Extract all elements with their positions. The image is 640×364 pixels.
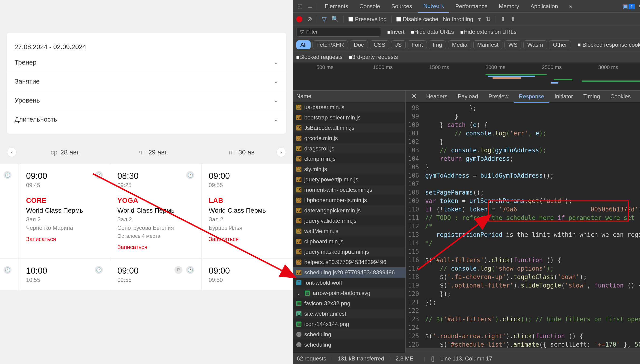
- blocked-cookies-checkbox[interactable]: Blocked response cookies: [577, 42, 640, 48]
- tab-network[interactable]: Network: [418, 0, 449, 13]
- tab-application[interactable]: Application: [525, 0, 563, 12]
- hide-data-checkbox[interactable]: Hide data URLs: [411, 29, 454, 35]
- tabs-more[interactable]: »: [564, 0, 577, 12]
- detail-tab-timing[interactable]: Timing: [578, 91, 605, 102]
- request-item[interactable]: JSjquery.powertip.min.js: [293, 174, 405, 185]
- third-party-checkbox[interactable]: 3rd-party requests: [349, 54, 398, 60]
- chip-img[interactable]: Img: [429, 40, 446, 49]
- trainer-filter[interactable]: Тренер ⌄: [7, 53, 286, 72]
- class-filter[interactable]: Занятие ⌄: [7, 72, 286, 91]
- upload-icon[interactable]: ⬆: [500, 16, 506, 23]
- schedule-card[interactable]: 09:00 09:55 LAB World Class Пермь Зал 2 …: [202, 164, 293, 258]
- network-body: Name JSua-parser.min.jsJSbootstrap-selec…: [293, 90, 640, 353]
- tab-elements[interactable]: Elements: [320, 0, 353, 12]
- request-item[interactable]: JSscheduling.js?0.9770945348399496: [293, 267, 405, 278]
- request-item[interactable]: JSbootstrap-select.min.js: [293, 112, 405, 123]
- request-item[interactable]: JSjquery.validate.min.js: [293, 216, 405, 226]
- network-timeline[interactable]: 500 ms1000 ms1500 ms2000 ms2500 ms3000 m…: [293, 62, 640, 90]
- schedule-card[interactable]: 🕐 09:00 09:45 CORE World Class Пермь Зал…: [19, 164, 110, 258]
- level-filter[interactable]: Уровень ⌄: [7, 91, 286, 110]
- download-icon[interactable]: ⬇: [510, 16, 515, 23]
- chip-doc[interactable]: Doc: [350, 40, 368, 49]
- duration-filter[interactable]: Длительность ⌄: [7, 110, 286, 129]
- record-button[interactable]: [296, 16, 302, 22]
- request-item[interactable]: JSsly.min.js: [293, 164, 405, 174]
- signup-link[interactable]: Записаться: [209, 236, 286, 242]
- request-item[interactable]: JSqrcode.min.js: [293, 133, 405, 144]
- detail-tab-response[interactable]: Response: [514, 91, 549, 102]
- settings-icon[interactable]: ⚙: [638, 3, 640, 10]
- chip-media[interactable]: Media: [448, 40, 471, 49]
- schedule-card[interactable]: 🕐 10:00 10:55: [19, 259, 110, 290]
- request-item[interactable]: JSmoment-with-locales.min.js: [293, 185, 405, 195]
- schedule-row-2: 🕐 🕐 10:00 10:55 🕐 P 09:00 09:55 09:00 09…: [0, 259, 293, 290]
- date-range-filter[interactable]: 27.08.2024 - 02.09.2024: [7, 38, 286, 53]
- filter-input[interactable]: ▽ Filter: [296, 27, 381, 36]
- tab-performance[interactable]: Performance: [450, 0, 492, 12]
- chip-js[interactable]: JS: [391, 40, 406, 49]
- request-item[interactable]: ◌scheduling: [293, 340, 405, 350]
- detail-tab-cookies[interactable]: Cookies: [605, 91, 636, 102]
- tab-console[interactable]: Console: [354, 0, 385, 12]
- detail-tab-payload[interactable]: Payload: [453, 91, 483, 102]
- horizontal-scrollbar[interactable]: [406, 348, 640, 353]
- request-item[interactable]: ◫site.webmanifest: [293, 308, 405, 319]
- request-item[interactable]: JSJsBarcode.all.min.js: [293, 123, 405, 133]
- tab-memory[interactable]: Memory: [494, 0, 524, 12]
- chip-manifest[interactable]: Manifest: [473, 40, 503, 49]
- response-code[interactable]: 9899100101102103104105106107108109110111…: [406, 102, 640, 348]
- chip-wasm[interactable]: Wasm: [523, 40, 547, 49]
- throttling-select[interactable]: No throttling: [443, 16, 473, 22]
- next-day-button[interactable]: ›: [277, 148, 286, 157]
- preserve-log-checkbox[interactable]: Preserve log: [348, 16, 387, 22]
- chip-other[interactable]: Other: [549, 40, 571, 49]
- chip-all[interactable]: All: [296, 40, 311, 49]
- signup-link[interactable]: Записаться: [117, 244, 194, 250]
- request-item[interactable]: JSclamp.min.js: [293, 154, 405, 164]
- schedule-card[interactable]: 09:00 09:50: [202, 259, 293, 290]
- request-item[interactable]: ▦icon-144x144.png: [293, 319, 405, 329]
- request-item[interactable]: JSdragscroll.js: [293, 144, 405, 154]
- invert-checkbox[interactable]: Invert: [387, 29, 404, 35]
- request-item[interactable]: JSjquery.maskedinput.min.js: [293, 247, 405, 257]
- request-item[interactable]: JSclipboard.min.js: [293, 236, 405, 247]
- prev-day-button[interactable]: ‹: [7, 148, 17, 157]
- signup-link[interactable]: Записаться: [26, 236, 103, 242]
- issues-icon[interactable]: ▣1: [623, 3, 635, 10]
- close-detail-icon[interactable]: ✕: [408, 92, 420, 100]
- chip-fetchxhr[interactable]: Fetch/XHR: [312, 40, 348, 49]
- detail-tab-headers[interactable]: Headers: [421, 91, 453, 102]
- inspect-icon[interactable]: ◰: [295, 1, 305, 12]
- request-item[interactable]: ▦favicon-32x32.png: [293, 298, 405, 308]
- request-item[interactable]: JSlibphonenumber-js.min.js: [293, 195, 405, 205]
- search-icon[interactable]: 🔍: [331, 16, 339, 23]
- request-item[interactable]: JSwaitMe.min.js: [293, 226, 405, 236]
- filter-icon[interactable]: ▽: [322, 16, 327, 23]
- wifi-icon[interactable]: ⇅: [486, 16, 491, 23]
- request-item[interactable]: Tfont-wbold.woff: [293, 278, 405, 288]
- hide-ext-checkbox[interactable]: Hide extension URLs: [460, 29, 516, 35]
- schedule-card-partial[interactable]: 🕐: [0, 259, 19, 290]
- request-item[interactable]: JSua-parser.min.js: [293, 102, 405, 112]
- device-toggle-icon[interactable]: ▭: [305, 1, 315, 12]
- disable-cache-checkbox[interactable]: Disable cache: [396, 16, 438, 22]
- request-item[interactable]: JSdaterangepicker.min.js: [293, 205, 405, 216]
- schedule-card-partial[interactable]: 🕐 ь ия: [0, 164, 19, 258]
- request-item[interactable]: ◌scheduling: [293, 329, 405, 340]
- schedule-card[interactable]: 🕐 P 09:00 09:55: [110, 259, 201, 290]
- detail-tab-preview[interactable]: Preview: [483, 91, 513, 102]
- request-item[interactable]: ⌄▦arrow-point-bottom.svg: [293, 288, 405, 298]
- blocked-requests-checkbox[interactable]: Blocked requests: [296, 54, 343, 60]
- detail-tab-initiator[interactable]: Initiator: [549, 91, 578, 102]
- schedule-card[interactable]: 🕐 08:30 09:25 YOGA World Class Пермь Зал…: [110, 164, 201, 258]
- chip-font[interactable]: Font: [408, 40, 427, 49]
- tab-sources[interactable]: Sources: [386, 0, 417, 12]
- chip-ws[interactable]: WS: [504, 40, 521, 49]
- pretty-print-icon[interactable]: {}: [431, 355, 435, 362]
- line-gutter: 9899100101102103104105106107108109110111…: [406, 102, 423, 348]
- clear-button[interactable]: ⊘: [307, 16, 312, 23]
- name-column-header[interactable]: Name: [293, 90, 405, 102]
- request-item[interactable]: JShelpers.js?0.9770945348399496: [293, 257, 405, 267]
- chip-css[interactable]: CSS: [370, 40, 389, 49]
- throttle-chevron-icon[interactable]: ▾: [478, 16, 481, 23]
